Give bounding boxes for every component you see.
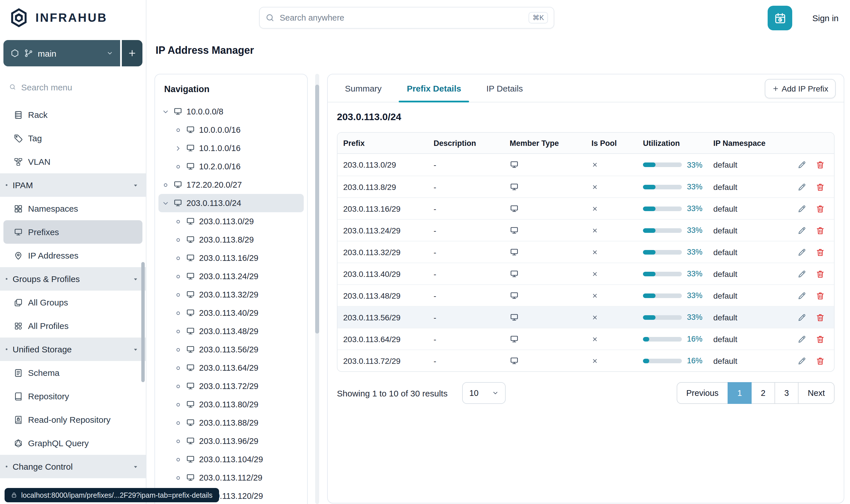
tab-prefix-details[interactable]: Prefix Details (394, 74, 474, 102)
sidebar-scrollbar[interactable] (141, 262, 145, 382)
prefix-cell[interactable]: 203.0.113.40/29 (338, 269, 428, 278)
delete-button[interactable] (816, 269, 825, 278)
prefix-cell[interactable]: 203.0.113.56/29 (338, 313, 428, 322)
table-row[interactable]: 203.0.113.40/29-33%default (338, 263, 834, 284)
tree-item-203-0-113-80-29[interactable]: 203.0.113.80/29 (159, 395, 304, 414)
sign-in-button[interactable]: Sign in (812, 0, 838, 35)
chevron-right-icon[interactable] (175, 144, 182, 152)
create-branch-button[interactable] (122, 40, 142, 66)
sidebar-item-ip-addresses[interactable]: IP Addresses (0, 244, 146, 267)
tree-item-10-0-0-0-8[interactable]: 10.0.0.0/8 (159, 103, 304, 121)
pagination-1[interactable]: 1 (728, 382, 752, 404)
tree-item-203-0-113-0-24[interactable]: 203.0.113.0/24 (159, 194, 304, 212)
sidebar-section-unified-storage[interactable]: Unified Storage (0, 338, 146, 361)
sidebar-item-tag[interactable]: Tag (0, 126, 146, 150)
sidebar-item-repository[interactable]: Repository (0, 384, 146, 408)
tree-item-203-0-113-24-29[interactable]: 203.0.113.24/29 (159, 267, 304, 286)
edit-button[interactable] (797, 313, 807, 322)
prefix-cell[interactable]: 203.0.113.16/29 (338, 204, 428, 213)
sidebar-section-groups-profiles[interactable]: Groups & Profiles (0, 267, 146, 291)
edit-button[interactable] (797, 182, 807, 191)
menu-search-input[interactable] (21, 82, 137, 92)
delete-button[interactable] (816, 226, 825, 235)
delete-button[interactable] (816, 291, 825, 300)
table-row[interactable]: 203.0.113.8/29-33%default (338, 176, 834, 197)
tree-item-203-0-113-56-29[interactable]: 203.0.113.56/29 (159, 340, 304, 359)
prefix-cell[interactable]: 203.0.113.48/29 (338, 291, 428, 300)
sidebar-item-namespaces[interactable]: Namespaces (0, 197, 146, 220)
sidebar-item-prefixes[interactable]: Prefixes (3, 220, 142, 244)
sidebar-item-all-groups[interactable]: All Groups (0, 291, 146, 314)
tab-ip-details[interactable]: IP Details (474, 74, 536, 102)
edit-button[interactable] (797, 335, 807, 344)
tree-item-203-0-113-0-29[interactable]: 203.0.113.0/29 (159, 212, 304, 231)
prefix-cell[interactable]: 203.0.113.0/29 (338, 160, 428, 169)
sidebar-item-rack[interactable]: Rack (0, 103, 146, 126)
table-row[interactable]: 203.0.113.0/29-33%default (338, 154, 834, 176)
tree-item-203-0-113-16-29[interactable]: 203.0.113.16/29 (159, 249, 304, 267)
tree-item-203-0-113-40-29[interactable]: 203.0.113.40/29 (159, 304, 304, 322)
sidebar-item-graphql-query[interactable]: GraphQL Query (0, 431, 146, 455)
table-row[interactable]: 203.0.113.24/29-33%default (338, 219, 834, 241)
global-search-input[interactable] (280, 13, 523, 22)
chevron-down-icon[interactable] (162, 199, 169, 207)
delete-button[interactable] (816, 335, 825, 344)
tree-item-203-0-113-104-29[interactable]: 203.0.113.104/29 (159, 450, 304, 469)
tree-item-10-2-0-0-16[interactable]: 10.2.0.0/16 (159, 157, 304, 176)
table-row[interactable]: 203.0.113.16/29-33%default (338, 197, 834, 219)
edit-button[interactable] (797, 248, 807, 256)
results-summary: Showing 1 to 10 of 30 results (337, 388, 448, 398)
table-row[interactable]: 203.0.113.72/29-16%default (338, 349, 834, 371)
delete-button[interactable] (816, 160, 825, 169)
page-size-select[interactable]: 10 (463, 382, 506, 404)
branch-selector-button[interactable]: main (3, 40, 120, 66)
delete-button[interactable] (816, 204, 825, 213)
prefix-cell[interactable]: 203.0.113.32/29 (338, 248, 428, 256)
edit-button[interactable] (797, 204, 807, 213)
tree-item-203-0-113-88-29[interactable]: 203.0.113.88/29 (159, 414, 304, 432)
delete-button[interactable] (816, 356, 825, 365)
prefix-cell[interactable]: 203.0.113.64/29 (338, 335, 428, 344)
edit-button[interactable] (797, 291, 807, 300)
tree-item-10-1-0-0-16[interactable]: 10.1.0.0/16 (159, 139, 304, 157)
sidebar-item-read-only-repository[interactable]: Read-only Repository (0, 408, 146, 431)
prefix-cell[interactable]: 203.0.113.8/29 (338, 182, 428, 191)
prefix-icon (186, 253, 195, 263)
add-ip-prefix-button[interactable]: Add IP Prefix (764, 79, 836, 98)
edit-button[interactable] (797, 356, 807, 365)
table-row[interactable]: 203.0.113.56/29-33%default (338, 306, 834, 328)
pagination-previous[interactable]: Previous (677, 382, 728, 404)
tree-item-172-20-20-0-27[interactable]: 172.20.20.0/27 (159, 176, 304, 194)
pagination-3[interactable]: 3 (775, 382, 798, 404)
tree-item-203-0-113-72-29[interactable]: 203.0.113.72/29 (159, 377, 304, 395)
schedule-button[interactable] (767, 6, 792, 30)
delete-button[interactable] (816, 182, 825, 191)
edit-button[interactable] (797, 160, 807, 169)
tree-item-10-0-0-0-16[interactable]: 10.0.0.0/16 (159, 121, 304, 139)
tree-item-203-0-113-8-29[interactable]: 203.0.113.8/29 (159, 231, 304, 249)
sidebar-section-ipam[interactable]: IPAM (0, 173, 146, 197)
sidebar-item-schema[interactable]: Schema (0, 361, 146, 384)
chevron-down-icon[interactable] (162, 108, 169, 115)
sidebar-item-vlan[interactable]: VLAN (0, 150, 146, 173)
tree-item-203-0-113-112-29[interactable]: 203.0.113.112/29 (159, 469, 304, 487)
edit-button[interactable] (797, 269, 807, 278)
tree-item-203-0-113-32-29[interactable]: 203.0.113.32/29 (159, 286, 304, 304)
tab-summary[interactable]: Summary (332, 74, 394, 102)
panel-scrollbar-thumb[interactable] (315, 85, 319, 334)
sidebar-item-all-profiles[interactable]: All Profiles (0, 314, 146, 338)
tree-item-203-0-113-64-29[interactable]: 203.0.113.64/29 (159, 359, 304, 377)
prefix-cell[interactable]: 203.0.113.72/29 (338, 356, 428, 365)
delete-button[interactable] (816, 313, 825, 322)
pagination-next[interactable]: Next (798, 382, 835, 404)
table-row[interactable]: 203.0.113.48/29-33%default (338, 284, 834, 306)
table-row[interactable]: 203.0.113.64/29-16%default (338, 328, 834, 349)
tree-item-203-0-113-96-29[interactable]: 203.0.113.96/29 (159, 432, 304, 450)
edit-button[interactable] (797, 226, 807, 235)
pagination-2[interactable]: 2 (751, 382, 775, 404)
sidebar-section-change-control[interactable]: Change Control (0, 455, 146, 478)
table-row[interactable]: 203.0.113.32/29-33%default (338, 241, 834, 263)
delete-button[interactable] (816, 248, 825, 256)
tree-item-203-0-113-48-29[interactable]: 203.0.113.48/29 (159, 322, 304, 340)
prefix-cell[interactable]: 203.0.113.24/29 (338, 226, 428, 235)
